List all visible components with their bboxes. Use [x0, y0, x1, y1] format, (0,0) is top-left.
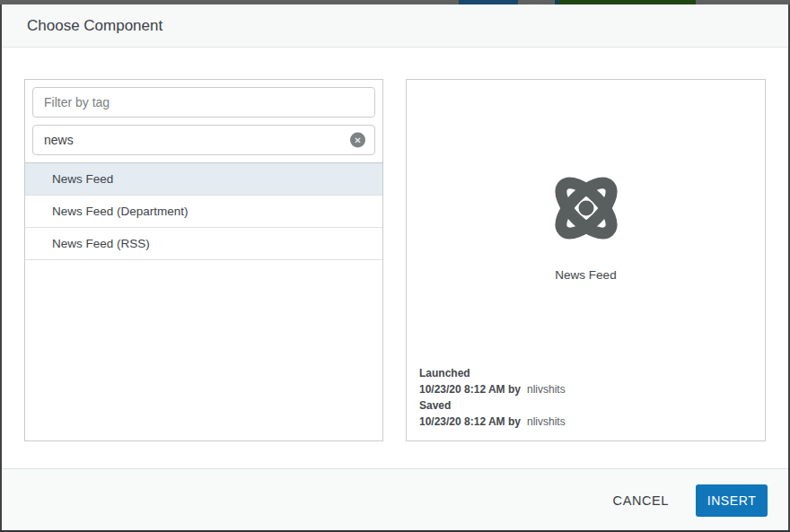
component-search-input[interactable] [32, 125, 375, 155]
saved-label: Saved [419, 397, 752, 414]
launched-label: Launched [419, 365, 752, 381]
component-result-list: News Feed News Feed (Department) News Fe… [25, 162, 382, 260]
background-strip-green-segment [559, 0, 696, 4]
list-item-news-feed[interactable]: News Feed [25, 163, 382, 196]
background-strip-blue-segment [459, 0, 518, 4]
component-preview-panel: News Feed Launched 10/23/20 8:12 AM bynl… [406, 79, 766, 441]
list-item-news-feed-rss[interactable]: News Feed (RSS) [25, 228, 382, 260]
list-item-news-feed-department[interactable]: News Feed (Department) [25, 196, 382, 228]
launched-user: nlivshits [527, 383, 566, 396]
list-item-label: News Feed (Department) [52, 205, 189, 218]
saved-info: 10/23/20 8:12 AM bynlivshits [419, 414, 752, 430]
background-page-strip [0, 0, 790, 4]
footer-actions: CANCEL INSERT [610, 484, 768, 517]
insert-button[interactable]: INSERT [696, 484, 768, 517]
dialog-header: Choose Component [2, 4, 788, 48]
search-field-wrap: ✕ [32, 125, 375, 155]
cancel-button[interactable]: CANCEL [610, 486, 672, 515]
atom-icon [546, 168, 627, 249]
preview-component-name: News Feed [407, 268, 765, 282]
tag-filter-input[interactable] [32, 87, 375, 118]
saved-user: nlivshits [527, 415, 566, 428]
clear-search-icon[interactable]: ✕ [350, 133, 365, 148]
list-item-label: News Feed [52, 172, 113, 186]
launched-datetime: 10/23/20 8:12 AM by [419, 383, 521, 396]
dialog-title: Choose Component [27, 4, 162, 48]
preview-icon-wrap [407, 168, 765, 252]
saved-datetime: 10/23/20 8:12 AM by [419, 415, 521, 428]
page-left-edge [0, 4, 2, 530]
filter-inputs: ✕ [25, 80, 382, 155]
dialog-footer: CANCEL INSERT [2, 468, 788, 530]
launched-info: 10/23/20 8:12 AM bynlivshits [419, 381, 752, 397]
preview-meta-block: Launched 10/23/20 8:12 AM bynlivshits Sa… [419, 365, 752, 430]
component-list-panel: ✕ News Feed News Feed (Department) News … [24, 79, 383, 441]
list-item-label: News Feed (RSS) [52, 237, 150, 250]
